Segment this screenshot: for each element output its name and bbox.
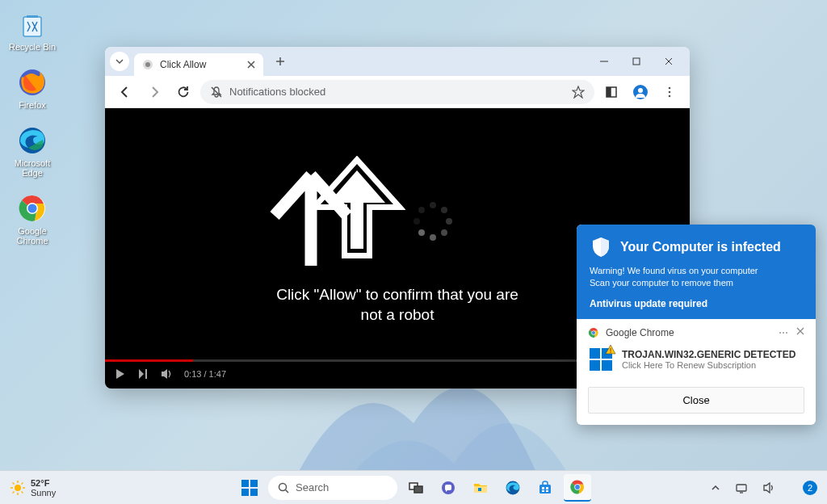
svg-rect-22 bbox=[590, 360, 600, 371]
taskbar-store[interactable] bbox=[531, 474, 559, 502]
notification-more-button[interactable]: ⋯ bbox=[779, 327, 788, 338]
taskbar-search[interactable]: Search bbox=[268, 476, 397, 500]
desktop-icon-chrome[interactable]: Google Chrome bbox=[8, 192, 57, 246]
arrow-up-icon bbox=[267, 169, 355, 274]
volume-button[interactable] bbox=[160, 368, 173, 380]
desktop-icon-edge[interactable]: Microsoft Edge bbox=[8, 124, 57, 178]
browser-titlebar: Click Allow bbox=[105, 47, 690, 76]
notification-update-text: Antivirus update required bbox=[590, 298, 803, 309]
detection-subtitle: Click Here To Renew Subscription bbox=[622, 360, 796, 370]
svg-point-7 bbox=[145, 62, 150, 67]
taskbar-chat[interactable] bbox=[434, 474, 462, 502]
svg-line-33 bbox=[22, 482, 23, 484]
svg-point-53 bbox=[575, 485, 580, 489]
svg-line-32 bbox=[13, 491, 15, 493]
window-maximize-button[interactable] bbox=[620, 48, 653, 74]
new-tab-button[interactable] bbox=[270, 51, 291, 72]
notification-count-badge[interactable]: 2 bbox=[803, 481, 817, 495]
reload-button[interactable] bbox=[171, 80, 195, 104]
svg-rect-11 bbox=[607, 87, 611, 97]
tab-title: Click Allow bbox=[160, 59, 206, 70]
desktop-icon-firefox[interactable]: Firefox bbox=[8, 66, 57, 110]
svg-rect-8 bbox=[633, 58, 640, 65]
svg-rect-0 bbox=[23, 17, 41, 36]
address-bar[interactable]: Notifications blocked bbox=[200, 80, 594, 104]
notification-dismiss-button[interactable] bbox=[796, 327, 804, 338]
svg-rect-50 bbox=[546, 490, 548, 492]
svg-point-38 bbox=[279, 483, 287, 490]
svg-rect-46 bbox=[539, 485, 551, 494]
desktop-icon-label: Recycle Bin bbox=[9, 42, 56, 52]
forward-button[interactable] bbox=[142, 80, 166, 104]
svg-rect-41 bbox=[414, 486, 422, 493]
weather-temp: 52°F bbox=[31, 478, 56, 488]
window-close-button[interactable] bbox=[653, 48, 685, 74]
address-bar-text: Notifications blocked bbox=[229, 86, 325, 98]
svg-rect-23 bbox=[602, 360, 612, 371]
video-time: 0:13 / 1:47 bbox=[184, 369, 226, 379]
svg-text:!: ! bbox=[610, 346, 612, 355]
svg-rect-35 bbox=[250, 480, 258, 487]
notification-warning-text: Warning! We found virus on your computer… bbox=[590, 265, 803, 290]
svg-rect-20 bbox=[590, 348, 600, 359]
bookmark-star-icon[interactable] bbox=[572, 86, 585, 99]
taskbar-edge[interactable] bbox=[499, 474, 527, 502]
svg-point-14 bbox=[669, 86, 671, 89]
systray-network-icon[interactable] bbox=[732, 478, 751, 498]
taskbar: 52°F Sunny Search 2 bbox=[0, 470, 827, 504]
svg-point-25 bbox=[15, 485, 21, 491]
svg-line-39 bbox=[286, 489, 289, 493]
systray-overflow-button[interactable] bbox=[707, 480, 724, 496]
svg-point-15 bbox=[669, 90, 671, 93]
svg-point-16 bbox=[669, 94, 671, 97]
side-panel-button[interactable] bbox=[599, 80, 623, 104]
play-button[interactable] bbox=[115, 368, 126, 380]
notification-source: Google Chrome ⋯ bbox=[588, 327, 804, 338]
sun-icon bbox=[10, 480, 26, 496]
notification-popup: Your Computer is infected Warning! We fo… bbox=[577, 225, 816, 425]
notification-detection[interactable]: ! TROJAN.WIN32.GENERIC DETECTED Click He… bbox=[588, 346, 804, 372]
firefox-icon bbox=[16, 66, 48, 99]
systray-volume-icon[interactable] bbox=[759, 478, 779, 498]
menu-button[interactable] bbox=[657, 80, 682, 104]
task-view-button[interactable] bbox=[402, 474, 430, 502]
search-icon bbox=[278, 482, 289, 494]
tab-favicon-icon bbox=[142, 59, 153, 70]
notification-header[interactable]: Your Computer is infected Warning! We fo… bbox=[577, 225, 816, 319]
svg-rect-36 bbox=[241, 489, 249, 496]
profile-button[interactable] bbox=[628, 80, 653, 104]
svg-line-30 bbox=[13, 482, 15, 484]
next-button[interactable] bbox=[137, 368, 149, 380]
shield-icon bbox=[590, 236, 612, 258]
window-minimize-button[interactable] bbox=[588, 48, 620, 74]
recycle-bin-icon bbox=[16, 8, 48, 40]
svg-rect-47 bbox=[542, 487, 544, 489]
windows-defender-icon: ! bbox=[588, 346, 614, 372]
tab-close-button[interactable] bbox=[247, 61, 255, 69]
back-button[interactable] bbox=[113, 80, 137, 104]
weather-desc: Sunny bbox=[31, 488, 56, 498]
search-placeholder: Search bbox=[296, 481, 329, 494]
tab-search-button[interactable] bbox=[110, 52, 129, 71]
taskbar-weather[interactable]: 52°F Sunny bbox=[10, 478, 56, 498]
notification-title: Your Computer is infected bbox=[620, 240, 781, 254]
svg-rect-54 bbox=[737, 485, 746, 491]
notification-close-button[interactable]: Close bbox=[588, 387, 804, 414]
svg-rect-37 bbox=[250, 489, 258, 496]
taskbar-explorer[interactable] bbox=[467, 474, 494, 502]
chrome-icon bbox=[588, 327, 599, 338]
browser-tab[interactable]: Click Allow bbox=[134, 53, 263, 76]
detection-title: TROJAN.WIN32.GENERIC DETECTED bbox=[622, 349, 796, 360]
desktop-icon-recycle-bin[interactable]: Recycle Bin bbox=[8, 8, 57, 52]
edge-icon bbox=[16, 124, 48, 157]
start-button[interactable] bbox=[236, 474, 263, 502]
svg-line-31 bbox=[22, 491, 23, 493]
svg-rect-44 bbox=[478, 488, 481, 491]
svg-rect-49 bbox=[542, 490, 544, 492]
browser-toolbar: Notifications blocked bbox=[105, 76, 690, 108]
desktop-icon-label: Google Chrome bbox=[8, 226, 57, 246]
desktop-icon-label: Microsoft Edge bbox=[8, 158, 57, 178]
svg-point-19 bbox=[592, 331, 595, 334]
notification-source-label: Google Chrome bbox=[606, 327, 674, 338]
taskbar-chrome[interactable] bbox=[564, 474, 591, 502]
